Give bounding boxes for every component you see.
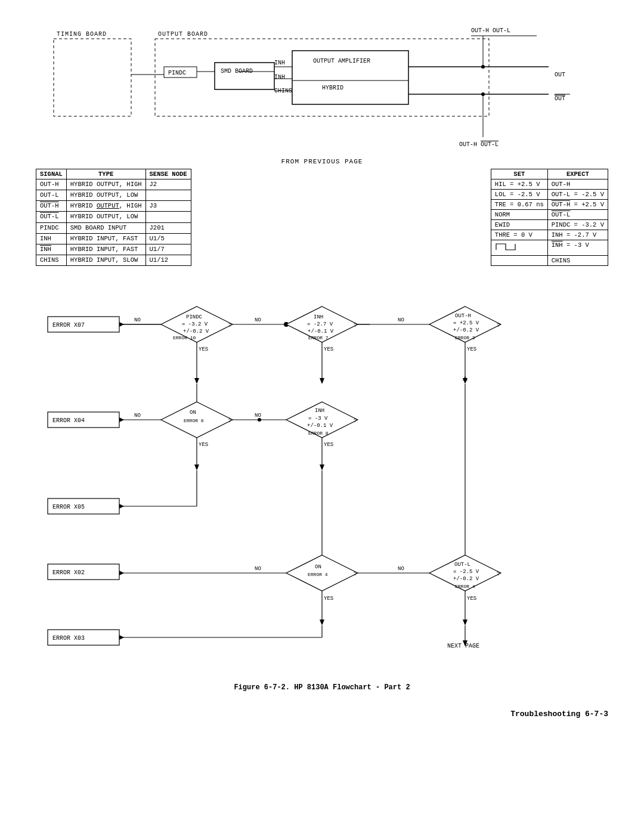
svg-text:YES: YES <box>324 596 333 602</box>
svg-text:?: ? <box>354 418 357 424</box>
table-row: THRE = 0 V INH = -2.7 V <box>491 230 608 240</box>
svg-text:YES: YES <box>324 442 333 448</box>
table-row: OUT-H HYBRID OUTPUT, HIGH J3 <box>36 201 191 212</box>
svg-text:?: ? <box>497 571 500 577</box>
svg-text:= -2.5 V: = -2.5 V <box>453 569 479 575</box>
col-expect: EXPECT <box>547 169 608 179</box>
svg-text:+/-0.2 V: +/-0.2 V <box>453 327 479 333</box>
col-type: TYPE <box>66 169 145 179</box>
table-row: OUT-H HYBRID OUTPUT, HIGH J2 <box>36 179 191 190</box>
svg-text:?: ? <box>228 418 231 424</box>
svg-text:= +2.5 V: = +2.5 V <box>453 320 479 326</box>
svg-text:?: ? <box>354 571 357 577</box>
table-row: PINDC SMD BOARD INPUT J201 <box>36 222 191 233</box>
col-set: SET <box>491 169 547 179</box>
table-row: CHINS HYBRID INPUT, SLOW U1/12 <box>36 255 191 265</box>
svg-text:NO: NO <box>134 317 141 323</box>
svg-text:NO: NO <box>134 413 141 419</box>
svg-text:OUT: OUT <box>555 95 565 102</box>
svg-marker-96 <box>320 465 324 470</box>
svg-text:YES: YES <box>324 346 333 352</box>
svg-text:ERROR X03: ERROR X03 <box>52 635 85 642</box>
svg-text:+/-0.2 V: +/-0.2 V <box>453 576 479 582</box>
svg-text:OUT: OUT <box>555 72 565 78</box>
svg-text:= -3 V: = -3 V <box>308 416 328 422</box>
svg-marker-48 <box>194 378 199 384</box>
svg-text:INH: INH <box>315 408 324 414</box>
svg-text:ERROR X02: ERROR X02 <box>52 569 85 576</box>
svg-text:ERROR 10: ERROR 10 <box>173 335 196 340</box>
flowchart-diagram: ERROR X07 PINDC = -3.2 V +/-0.2 V ERROR … <box>36 284 608 677</box>
svg-point-138 <box>258 418 261 422</box>
table-row: INH HYBRID INPUT, FAST U1/7 <box>36 244 191 255</box>
svg-text:OUTPUT BOARD: OUTPUT BOARD <box>158 31 208 38</box>
svg-text:HYBRID: HYBRID <box>322 85 343 91</box>
table-row: CHINS <box>491 256 608 266</box>
svg-text:OUT-H: OUT-H <box>455 313 471 319</box>
svg-text:ERROR 3: ERROR 3 <box>455 335 475 340</box>
svg-text:ERROR 4: ERROR 4 <box>308 572 328 577</box>
table-row: TRE = 0.67 ns OUT-H = +2.5 V <box>491 200 608 210</box>
svg-marker-112 <box>119 571 124 575</box>
svg-marker-61 <box>320 378 324 384</box>
svg-text:NEXT PAGE: NEXT PAGE <box>447 643 479 649</box>
signal-table: SIGNAL TYPE SENSE NODE OUT-H HYBRID OUTP… <box>36 169 191 266</box>
svg-text:ERROR X04: ERROR X04 <box>52 417 85 424</box>
svg-text:?: ? <box>354 323 357 329</box>
table-row: OUT-L HYBRID OUTPUT, LOW <box>36 190 191 201</box>
svg-marker-85 <box>194 465 199 470</box>
col-sense: SENSE NODE <box>145 169 191 179</box>
svg-text:OUT-H  OUT-L: OUT-H OUT-L <box>459 141 499 148</box>
svg-text:PINDC: PINDC <box>186 314 203 320</box>
svg-text:= -3.2 V: = -3.2 V <box>182 321 208 327</box>
svg-text:ERROR 8: ERROR 8 <box>308 431 329 436</box>
col-signal: SIGNAL <box>36 169 67 179</box>
block-diagram: TIMING BOARD OUTPUT BOARD PINDC SMD BOAR… <box>36 24 608 152</box>
svg-text:OUT-L: OUT-L <box>454 562 470 568</box>
page-content: TIMING BOARD OUTPUT BOARD PINDC SMD BOAR… <box>36 24 608 719</box>
table-row: HIL = +2.5 V OUT-H <box>491 179 608 190</box>
svg-text:?: ? <box>497 323 500 329</box>
svg-marker-126 <box>463 620 467 625</box>
svg-text:YES: YES <box>467 346 476 352</box>
svg-text:YES: YES <box>199 346 208 352</box>
svg-text:ERROR X05: ERROR X05 <box>52 504 85 510</box>
svg-text:NO: NO <box>255 413 261 419</box>
svg-marker-103 <box>119 504 124 509</box>
svg-text:NO: NO <box>398 566 404 572</box>
from-previous-label: FROM PREVIOUS PAGE <box>36 158 608 165</box>
page-number: Troubleshooting 6-7-3 <box>36 710 608 719</box>
svg-text:ERROR 7: ERROR 7 <box>308 335 329 340</box>
signal-table-section: SIGNAL TYPE SENSE NODE OUT-H HYBRID OUTP… <box>36 169 608 266</box>
svg-rect-6 <box>215 63 274 89</box>
svg-text:OUT-H  OUT-L: OUT-H OUT-L <box>471 27 510 34</box>
svg-text:ERROR 8: ERROR 8 <box>184 418 204 423</box>
table-row: INH = -3 V <box>491 240 608 256</box>
svg-text:NO: NO <box>255 566 261 572</box>
svg-text:INH: INH <box>274 74 285 80</box>
svg-text:= -2.7 V: = -2.7 V <box>307 321 333 327</box>
svg-text:PINDC: PINDC <box>168 70 186 76</box>
svg-marker-115 <box>320 620 324 625</box>
svg-text:YES: YES <box>199 442 208 448</box>
svg-text:ON: ON <box>315 564 321 570</box>
svg-text:YES: YES <box>467 596 476 602</box>
set-expect-table: SET EXPECT HIL = +2.5 V OUT-H LOL = -2.5… <box>491 169 608 266</box>
svg-marker-133 <box>119 635 124 640</box>
svg-text:OUTPUT AMPLIFIER: OUTPUT AMPLIFIER <box>313 58 370 64</box>
svg-text:INH: INH <box>314 314 323 320</box>
svg-text:+/-0.2 V: +/-0.2 V <box>183 329 209 335</box>
svg-marker-82 <box>119 417 124 422</box>
svg-rect-0 <box>54 39 131 116</box>
svg-text:NO: NO <box>255 317 261 323</box>
svg-text:TIMING BOARD: TIMING BOARD <box>57 31 107 38</box>
svg-text:INH: INH <box>274 60 285 66</box>
svg-text:ON: ON <box>190 410 196 416</box>
svg-text:NO: NO <box>398 317 404 323</box>
svg-text:ERROR X07: ERROR X07 <box>52 322 85 329</box>
table-row: LOL = -2.5 V OUT-L = -2.5 V <box>491 190 608 200</box>
table-row: OUT-L HYBRID OUTPUT, LOW <box>36 212 191 222</box>
table-row: EWID PINDC = -3.2 V <box>491 220 608 230</box>
svg-text:+/-0.1 V: +/-0.1 V <box>308 329 334 335</box>
figure-caption: Figure 6-7-2. HP 8130A Flowchart - Part … <box>36 683 608 692</box>
